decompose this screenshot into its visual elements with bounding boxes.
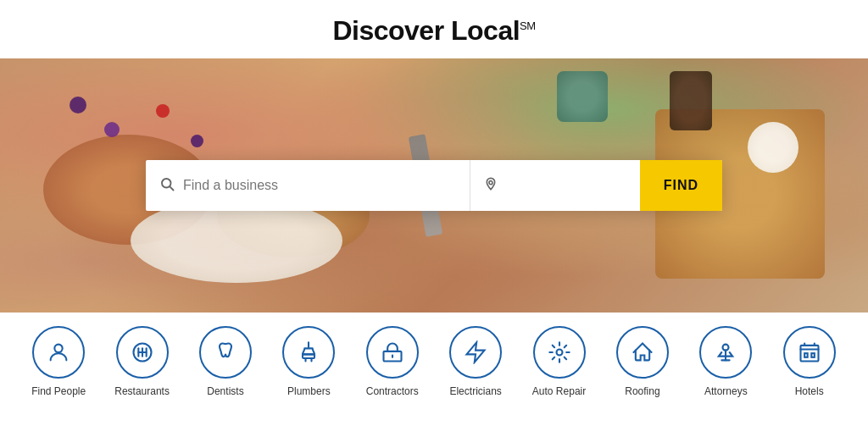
- food-decoration: [557, 71, 608, 122]
- find-business-input[interactable]: [183, 178, 456, 193]
- category-label-electricians: Electricians: [449, 385, 501, 397]
- hotels-icon: [783, 326, 836, 379]
- category-label-hotels: Hotels: [795, 385, 824, 397]
- search-icon: [159, 176, 175, 196]
- category-label-contractors: Contractors: [366, 385, 419, 397]
- search-find-section: [146, 160, 470, 211]
- category-label-plumbers: Plumbers: [287, 385, 331, 397]
- auto-repair-icon: [533, 326, 586, 379]
- svg-rect-16: [800, 346, 818, 362]
- svg-point-2: [489, 181, 492, 185]
- category-label-roofing: Roofing: [625, 385, 659, 397]
- attorneys-icon: [699, 326, 752, 379]
- category-item-contractors[interactable]: Contractors: [359, 326, 426, 397]
- electricians-icon: [449, 326, 502, 379]
- search-location-section: Eden Prairie, MN: [470, 160, 640, 211]
- food-decoration: [70, 97, 86, 113]
- category-label-attorneys: Attorneys: [704, 385, 748, 397]
- plumbers-icon: [282, 326, 335, 379]
- category-item-electricians[interactable]: Electricians: [442, 326, 509, 397]
- food-decoration: [670, 71, 712, 130]
- categories-row: Find PeopleRestaurantsDentistsPlumbersCo…: [0, 313, 868, 406]
- category-label-restaurants: Restaurants: [114, 385, 170, 397]
- category-item-dentists[interactable]: Dentists: [192, 326, 259, 397]
- svg-point-3: [55, 345, 63, 352]
- category-item-auto-repair[interactable]: Auto Repair: [526, 326, 593, 397]
- svg-line-1: [170, 186, 173, 190]
- category-item-find-people[interactable]: Find People: [25, 326, 92, 397]
- svg-rect-17: [804, 353, 808, 357]
- category-label-dentists: Dentists: [207, 385, 243, 397]
- page-header: Discover LocalSM: [0, 0, 868, 58]
- roofing-icon: [616, 326, 669, 379]
- contractors-icon: [366, 326, 419, 379]
- category-item-roofing[interactable]: Roofing: [609, 326, 676, 397]
- page-title: Discover LocalSM: [0, 15, 868, 47]
- category-item-plumbers[interactable]: Plumbers: [275, 326, 342, 397]
- food-decoration: [131, 198, 342, 283]
- category-label-auto-repair: Auto Repair: [532, 385, 586, 397]
- search-box: Eden Prairie, MN FIND: [146, 160, 722, 211]
- category-item-attorneys[interactable]: Attorneys: [692, 326, 760, 397]
- food-decoration: [104, 122, 120, 137]
- dentists-icon: [199, 326, 252, 379]
- location-input[interactable]: Eden Prairie, MN: [504, 178, 623, 193]
- svg-rect-9: [303, 354, 314, 358]
- find-people-icon: [32, 326, 85, 379]
- category-item-hotels[interactable]: Hotels: [776, 326, 843, 397]
- restaurants-icon: [116, 326, 169, 379]
- category-label-find-people: Find People: [31, 385, 86, 397]
- svg-point-12: [556, 350, 562, 356]
- find-button[interactable]: FIND: [640, 160, 722, 211]
- category-item-restaurants[interactable]: Restaurants: [108, 326, 176, 397]
- hero-section: Eden Prairie, MN FIND: [0, 58, 868, 313]
- location-icon: [484, 177, 498, 194]
- svg-rect-18: [811, 353, 815, 357]
- food-decoration: [748, 122, 798, 173]
